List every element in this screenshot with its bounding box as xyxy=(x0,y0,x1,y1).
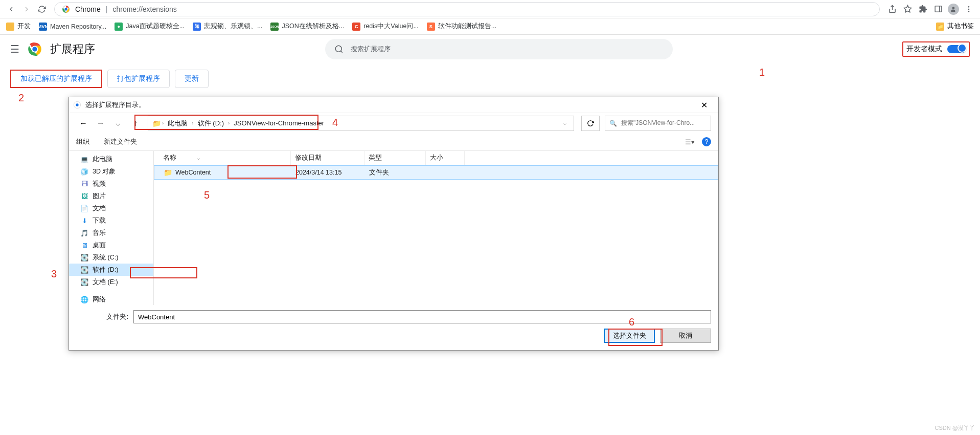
tree-item[interactable]: ⬇下载 xyxy=(69,214,153,227)
addr-site: Chrome xyxy=(75,5,101,13)
select-folder-button[interactable]: 选择文件夹 xyxy=(604,329,655,343)
favicon: ● xyxy=(115,23,123,31)
addr-url: chrome://extensions xyxy=(112,5,176,13)
nav-recent-icon[interactable]: ⌵ xyxy=(111,118,125,128)
svg-point-6 xyxy=(968,6,970,8)
path-breadcrumb[interactable]: 📁 › 此电脑 › 软件 (D:) › JSONView-for-Chrome-… xyxy=(148,116,574,131)
watermark: CSDN @漠丫丫 xyxy=(935,424,975,432)
toggle-switch[interactable] xyxy=(947,45,966,53)
bookmark-item[interactable]: JSONJSON在线解析及格... xyxy=(270,22,344,31)
annotation-1: 1 xyxy=(759,67,765,78)
page-title: 扩展程序 xyxy=(50,41,95,57)
other-bookmarks[interactable]: 📁 其他书签 xyxy=(936,22,974,31)
bookmark-item[interactable]: ●Java面试题硬核全... xyxy=(115,22,185,31)
col-name[interactable]: 名称⌵ xyxy=(154,151,291,165)
svg-point-1 xyxy=(64,8,67,10)
favicon: C xyxy=(352,23,360,31)
hamburger-icon[interactable]: ☰ xyxy=(10,43,19,55)
chrome-logo-icon xyxy=(28,42,42,56)
back-button[interactable] xyxy=(4,2,18,16)
extensions-icon[interactable] xyxy=(916,2,930,16)
menu-icon[interactable] xyxy=(962,2,976,16)
annotation-6: 6 xyxy=(629,316,634,328)
svg-point-5 xyxy=(952,7,955,9)
file-list: 名称⌵ 修改日期 类型 大小 📁WebContent 2024/3/14 13:… xyxy=(154,151,718,305)
load-unpacked-button[interactable]: 加载已解压的扩展程序 xyxy=(10,70,102,88)
folder-icon: 📁 xyxy=(152,119,161,127)
pack-extension-button[interactable]: 打包扩展程序 xyxy=(107,70,170,88)
folder-icon: 📁 xyxy=(164,168,172,177)
close-icon[interactable]: ✕ xyxy=(694,100,714,110)
tree-icon: 🎞 xyxy=(80,180,88,188)
profile-button[interactable] xyxy=(946,2,961,16)
developer-mode-toggle[interactable]: 开发者模式 xyxy=(902,41,970,57)
tree-icon: 🧊 xyxy=(80,168,88,176)
annotation-4: 4 xyxy=(332,117,338,128)
dialog-bottom: 文件夹: xyxy=(69,305,718,329)
bookmark-item[interactable]: MVNMaven Repository... xyxy=(39,23,106,31)
sidepanel-icon[interactable] xyxy=(931,2,945,16)
bookmark-item[interactable]: Credis中大Value问... xyxy=(352,22,419,31)
chrome-icon xyxy=(73,101,81,109)
tree-item[interactable]: 📄文档 xyxy=(69,202,153,214)
svg-marker-2 xyxy=(904,5,911,12)
svg-point-8 xyxy=(968,11,970,12)
chrome-icon xyxy=(62,5,70,13)
bookmark-item[interactable]: 开发 xyxy=(6,22,31,31)
new-folder-button[interactable]: 新建文件夹 xyxy=(104,137,137,146)
browser-toolbar: Chrome | chrome://extensions xyxy=(0,0,980,18)
col-date[interactable]: 修改日期 xyxy=(291,151,364,165)
col-type[interactable]: 类型 xyxy=(364,151,426,165)
organize-button[interactable]: 组织 xyxy=(76,137,89,146)
tree-item[interactable]: 💻此电脑 xyxy=(69,153,153,165)
nav-back-icon[interactable]: ← xyxy=(76,119,90,128)
star-icon[interactable] xyxy=(900,2,915,16)
favicon: S xyxy=(427,23,435,31)
action-row: 加载已解压的扩展程序 打包扩展程序 更新 xyxy=(0,63,980,94)
tree-icon: ⬇ xyxy=(80,217,88,225)
favicon: 知 xyxy=(193,23,201,31)
nav-forward-icon[interactable]: → xyxy=(94,119,108,128)
chevron-down-icon[interactable]: ⌵ xyxy=(563,120,566,126)
svg-point-12 xyxy=(335,46,341,52)
tree-item[interactable]: 🖥桌面 xyxy=(69,239,153,251)
svg-line-13 xyxy=(340,51,342,52)
folder-tree: 💻此电脑🧊3D 对象🎞视频🖼图片📄文档⬇下载🎵音乐🖥桌面💽系统 (C:)💽软件 … xyxy=(69,151,154,305)
svg-point-7 xyxy=(968,8,970,10)
tree-item[interactable]: 🎵音乐 xyxy=(69,227,153,239)
tree-item[interactable]: 🎞视频 xyxy=(69,178,153,190)
annotation-5: 5 xyxy=(204,189,210,201)
dialog-search-input[interactable]: 🔍 搜索"JSONView-for-Chro... xyxy=(605,116,711,131)
search-input[interactable]: 搜索扩展程序 xyxy=(325,39,673,59)
tree-icon: 🖼 xyxy=(80,192,88,200)
folder-name-input[interactable] xyxy=(133,310,711,323)
search-icon: 🔍 xyxy=(609,120,617,127)
nav-up-icon[interactable]: ↑ xyxy=(128,119,143,128)
tree-icon: 💻 xyxy=(80,156,88,163)
address-bar[interactable]: Chrome | chrome://extensions xyxy=(54,2,880,16)
reload-button[interactable] xyxy=(35,2,49,16)
share-icon[interactable] xyxy=(885,2,899,16)
tree-item[interactable]: 🧊3D 对象 xyxy=(69,165,153,178)
help-icon[interactable]: ? xyxy=(702,137,711,146)
dialog-nav: ← → ⌵ ↑ 📁 › 此电脑 › 软件 (D:) › JSONView-for… xyxy=(69,113,718,133)
bookmark-item[interactable]: 知悲观锁、乐观锁、... xyxy=(193,22,262,31)
tree-item[interactable]: 💽文档 (E:) xyxy=(69,276,153,288)
tree-item[interactable]: 💽软件 (D:) xyxy=(69,264,153,276)
folder-dialog: 选择扩展程序目录。 ✕ ← → ⌵ ↑ 📁 › 此电脑 › 软件 (D:) › … xyxy=(69,97,719,351)
cancel-button[interactable]: 取消 xyxy=(660,329,711,343)
annotation-2: 2 xyxy=(18,92,24,104)
page-header: ☰ 扩展程序 搜索扩展程序 开发者模式 xyxy=(0,35,980,63)
tree-item[interactable]: 💽系统 (C:) xyxy=(69,251,153,264)
refresh-button[interactable] xyxy=(581,116,600,131)
favicon: JSON xyxy=(270,23,279,31)
tree-item[interactable]: 🖼图片 xyxy=(69,190,153,202)
file-row[interactable]: 📁WebContent 2024/3/14 13:15 文件夹 xyxy=(154,165,718,180)
tree-icon: 🎵 xyxy=(80,229,88,237)
bookmark-item[interactable]: S软件功能测试报告... xyxy=(427,22,496,31)
forward-button[interactable] xyxy=(19,2,34,16)
tree-item[interactable]: 🌐网络 xyxy=(69,293,153,305)
view-icon[interactable]: ☰▾ xyxy=(685,138,695,146)
update-button[interactable]: 更新 xyxy=(175,70,209,88)
col-size[interactable]: 大小 xyxy=(426,151,465,165)
